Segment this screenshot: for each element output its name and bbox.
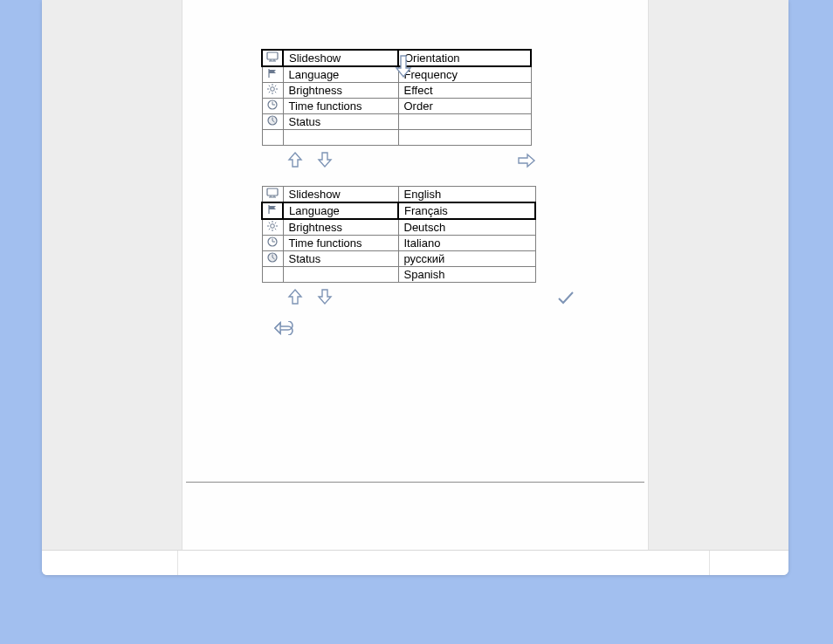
menu-item-value: Deutsch bbox=[398, 219, 535, 236]
menu-item-label bbox=[283, 130, 398, 146]
blank-icon bbox=[262, 267, 283, 283]
svg-line-12 bbox=[275, 86, 276, 86]
table-row[interactable]: Time functionsItaliano bbox=[262, 236, 535, 251]
menu-item-value bbox=[398, 130, 531, 146]
sun-icon bbox=[262, 83, 283, 99]
arrow-down-icon[interactable] bbox=[317, 288, 333, 305]
table-row[interactable] bbox=[262, 130, 531, 146]
menu-item-value bbox=[398, 114, 531, 130]
svg-line-11 bbox=[275, 92, 276, 92]
menu-item-label: Language bbox=[283, 202, 398, 219]
flag-icon bbox=[262, 66, 283, 83]
flag-icon bbox=[262, 202, 283, 219]
arrow-right-icon[interactable] bbox=[517, 153, 536, 168]
menu-item-label: Time functions bbox=[283, 99, 398, 114]
svg-rect-20 bbox=[267, 188, 278, 195]
svg-line-13 bbox=[269, 92, 270, 92]
clock2-icon bbox=[262, 251, 283, 267]
menu-item-label: Brightness bbox=[283, 219, 398, 236]
table-row[interactable]: Status bbox=[262, 114, 531, 130]
svg-marker-40 bbox=[275, 323, 280, 333]
table-row[interactable]: SlideshowEnglish bbox=[262, 187, 535, 203]
menu-item-value: Effect bbox=[398, 83, 531, 99]
menu-item-label: Slideshow bbox=[283, 50, 398, 66]
table-row[interactable]: BrightnessDeutsch bbox=[262, 219, 535, 236]
svg-line-30 bbox=[269, 223, 270, 223]
menu-item-value: русский bbox=[398, 251, 535, 267]
svg-line-32 bbox=[275, 223, 276, 223]
check-icon[interactable] bbox=[556, 290, 575, 305]
blank-icon bbox=[262, 130, 283, 146]
menu-item-value: Orientation bbox=[398, 50, 531, 66]
svg-point-5 bbox=[271, 87, 275, 92]
menu-item-label: Time functions bbox=[283, 236, 398, 251]
tv-icon bbox=[262, 50, 283, 66]
table-row[interactable]: BrightnessEffect bbox=[262, 83, 531, 99]
svg-line-33 bbox=[269, 229, 270, 230]
menu-item-value: Spanish bbox=[398, 267, 535, 283]
page-margin-right bbox=[648, 0, 788, 550]
table-row[interactable]: Time functionsOrder bbox=[262, 99, 531, 114]
table-row[interactable]: LanguageFrançais bbox=[262, 202, 535, 219]
menu-item-label: Status bbox=[283, 114, 398, 130]
menu-item-label: Status bbox=[283, 251, 398, 267]
clock-icon bbox=[262, 99, 283, 114]
arrow-down-icon bbox=[395, 54, 412, 82]
menu-table-language: SlideshowEnglishLanguageFrançaisBrightne… bbox=[261, 186, 536, 283]
menu-item-value: Frequency bbox=[398, 66, 531, 83]
tv-icon bbox=[262, 187, 283, 203]
page-margin-left bbox=[42, 0, 182, 550]
menu-item-value: Français bbox=[398, 202, 535, 219]
svg-rect-0 bbox=[267, 52, 278, 59]
arrow-up-icon[interactable] bbox=[287, 288, 303, 305]
arrow-down-icon[interactable] bbox=[317, 151, 333, 168]
menu-item-value: Order bbox=[398, 99, 531, 114]
clock2-icon bbox=[262, 114, 283, 130]
menu-item-label: Language bbox=[283, 66, 398, 83]
table-row[interactable]: Spanish bbox=[262, 267, 535, 283]
back-icon[interactable] bbox=[273, 323, 296, 338]
menu-item-label bbox=[283, 267, 398, 283]
clock-icon bbox=[262, 236, 283, 251]
svg-line-31 bbox=[275, 229, 276, 230]
table-row[interactable]: Statusрусский bbox=[262, 251, 535, 267]
menu-item-value: Italiano bbox=[398, 236, 535, 251]
status-bar bbox=[42, 550, 788, 575]
arrow-up-icon[interactable] bbox=[287, 151, 303, 168]
menu-item-label: Slideshow bbox=[283, 187, 398, 203]
sun-icon bbox=[262, 219, 283, 236]
divider bbox=[186, 482, 644, 483]
svg-line-10 bbox=[269, 86, 270, 86]
menu-item-label: Brightness bbox=[283, 83, 398, 99]
svg-point-25 bbox=[271, 224, 275, 229]
menu-item-value: English bbox=[398, 187, 535, 203]
